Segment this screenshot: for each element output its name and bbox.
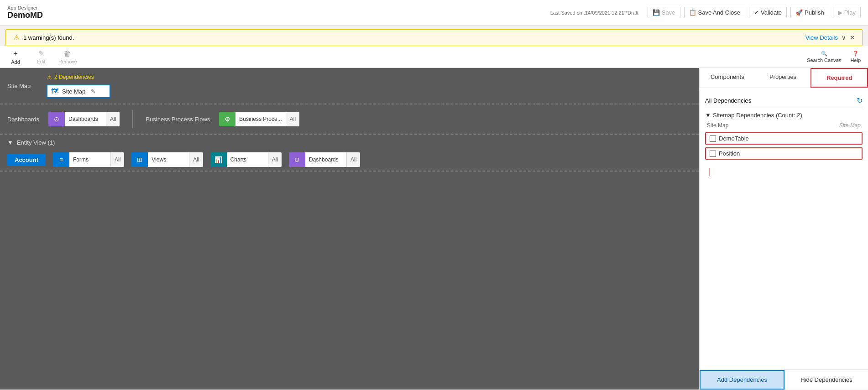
sitemap-card[interactable]: 🗺 Site Map ✎ [47, 84, 110, 98]
entity-dashboards-all[interactable]: All [346, 152, 360, 167]
entity-dashboards-icon: ⊙ [289, 152, 305, 167]
toolbar-right: 🔍 Search Canvas ❓ Help [807, 51, 861, 63]
remove-icon: 🗑 [64, 50, 71, 58]
sitemap-deps-title: Sitemap Dependencies (Count: 2) [713, 112, 802, 119]
all-deps-row: All Dependencies ↻ [705, 94, 863, 108]
save-close-label: Save And Close [698, 9, 741, 16]
sitemap-edit-icon[interactable]: ✎ [91, 88, 95, 94]
views-card[interactable]: ⊞ Views All [131, 152, 203, 167]
dashboards-bpf-row: Dashboards ⊙ Dashboards All Business Pro… [0, 104, 699, 135]
help-button[interactable]: ❓ Help [850, 51, 861, 63]
forms-card-label: Forms [69, 152, 110, 167]
sitemap-deps-chevron: ▼ [705, 112, 711, 119]
dep-count: 2 Dependencies [54, 74, 94, 80]
add-dependencies-button[interactable]: Add Dependencies [700, 370, 784, 390]
main-layout: Site Map ⚠ 2 Dependencies 🗺 Site Map ✎ D… [0, 68, 868, 390]
charts-card-icon: 📊 [210, 152, 227, 167]
last-saved-text: Last Saved on :14/09/2021 12:21 *Draft [550, 10, 638, 16]
entity-row: Account ≡ Forms All ⊞ Views All 📊 Charts… [0, 149, 699, 172]
remove-button[interactable]: 🗑 Remove [58, 50, 77, 64]
forms-card[interactable]: ≡ Forms All [53, 152, 124, 167]
sitemap-row: Site Map Site Map [705, 122, 863, 129]
canvas-empty-space [0, 172, 699, 308]
tab-properties[interactable]: Properties [755, 68, 811, 88]
tab-components[interactable]: Components [700, 68, 755, 88]
canvas-area: Site Map ⚠ 2 Dependencies 🗺 Site Map ✎ D… [0, 68, 699, 390]
dep1-label: DemoTable [719, 135, 749, 142]
close-icon[interactable]: ✕ [850, 34, 855, 41]
search-icon: 🔍 [821, 51, 827, 57]
bpf-card[interactable]: ⚙ Business Proce... All [219, 112, 299, 126]
entity-dashboards-label: Dashboards [305, 152, 346, 167]
sitemap-card-label: Site Map [62, 88, 85, 95]
views-card-all[interactable]: All [189, 152, 203, 167]
dashboards-card-all[interactable]: All [106, 112, 120, 126]
sitemap-section-label: Site Map [7, 83, 39, 89]
warning-bar-right: View Details ∨ ✕ [805, 34, 855, 41]
publish-button[interactable]: 🚀 Publish [790, 7, 829, 18]
play-button[interactable]: ▶ Play [833, 7, 861, 18]
publish-label: Publish [805, 9, 824, 16]
cursor-indicator: | [705, 167, 863, 175]
refresh-icon[interactable]: ↻ [857, 96, 863, 105]
bpf-card-all[interactable]: All [286, 112, 299, 126]
right-panel-tabs: Components Properties Required [700, 68, 868, 88]
top-bar-actions: Last Saved on :14/09/2021 12:21 *Draft 💾… [550, 7, 861, 18]
views-card-label: Views [148, 152, 189, 167]
account-button[interactable]: Account [7, 154, 46, 166]
dashboards-card[interactable]: ⊙ Dashboards All [48, 112, 120, 126]
top-bar: App Designer DemoMD Last Saved on :14/09… [0, 0, 868, 26]
bpf-card-icon: ⚙ [219, 112, 235, 126]
section-separator [132, 110, 133, 128]
forms-card-icon: ≡ [53, 152, 69, 167]
play-label: Play [844, 9, 856, 16]
entity-view-header: ▼ Entity View (1) [0, 135, 699, 149]
dashboards-row-label: Dashboards [7, 116, 39, 123]
entity-dashboards-card[interactable]: ⊙ Dashboards All [289, 152, 360, 167]
add-button[interactable]: ＋ Add [7, 49, 24, 65]
warning-message: 1 warning(s) found. [23, 34, 74, 41]
sitemap-deps-header[interactable]: ▼ Sitemap Dependencies (Count: 2) [705, 112, 863, 119]
app-title-block: App Designer DemoMD [7, 5, 43, 20]
right-panel-footer: Add Dependencies Hide Dependencies [700, 369, 868, 390]
help-label: Help [850, 57, 861, 63]
dep1-checkbox[interactable] [710, 135, 716, 142]
bpf-card-label: Business Proce... [235, 112, 285, 126]
publish-icon: 🚀 [795, 9, 803, 16]
view-details-link[interactable]: View Details [805, 34, 838, 41]
search-canvas-button[interactable]: 🔍 Search Canvas [807, 51, 841, 63]
help-icon: ❓ [852, 51, 859, 57]
search-canvas-label: Search Canvas [807, 57, 841, 63]
edit-button[interactable]: ✎ Edit [33, 49, 49, 64]
dep2-checkbox[interactable] [710, 151, 716, 157]
validate-button[interactable]: ✔ Validate [749, 7, 787, 18]
tab-required[interactable]: Required [810, 68, 868, 88]
app-name: DemoMD [7, 10, 43, 20]
save-close-button[interactable]: 📋 Save And Close [684, 7, 746, 18]
forms-card-all[interactable]: All [110, 152, 124, 167]
validate-label: Validate [761, 9, 782, 16]
charts-card[interactable]: 📊 Charts All [210, 152, 282, 167]
add-label: Add [11, 59, 20, 65]
right-panel: Components Properties Required All Depen… [699, 68, 868, 390]
dep-item-1: DemoTable [705, 132, 863, 145]
right-panel-body: All Dependencies ↻ ▼ Sitemap Dependencie… [700, 88, 868, 369]
charts-card-all[interactable]: All [268, 152, 282, 167]
edit-icon: ✎ [38, 49, 44, 58]
remove-label: Remove [58, 59, 77, 64]
dep2-label: Position [719, 150, 740, 157]
add-icon: ＋ [12, 49, 19, 58]
save-close-icon: 📋 [689, 9, 696, 16]
app-designer-label: App Designer [7, 5, 43, 10]
views-card-icon: ⊞ [131, 152, 148, 167]
entity-view-chevron[interactable]: ▼ [7, 139, 13, 146]
sitemap-card-icon: 🗺 [51, 87, 58, 95]
save-button[interactable]: 💾 Save [648, 7, 680, 18]
hide-dependencies-button[interactable]: Hide Dependencies [784, 370, 868, 390]
main-toolbar: ＋ Add ✎ Edit 🗑 Remove 🔍 Search Canvas ❓ … [0, 46, 868, 68]
save-icon: 💾 [653, 9, 660, 16]
dashboards-card-label: Dashboards [65, 112, 106, 126]
dep-badge: ⚠ 2 Dependencies [47, 73, 110, 81]
all-deps-label: All Dependencies [705, 97, 751, 104]
dep-item-2: Position [705, 147, 863, 160]
